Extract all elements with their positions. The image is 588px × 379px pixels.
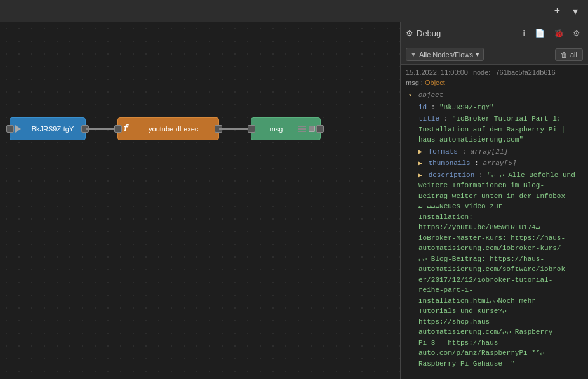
inject-arrow-icon xyxy=(15,125,21,133)
debug-panel: ⚙ Debug ℹ 📄 🐞 ⚙ ▼ Alle Nodes/Flows ▾ 🗑 a… xyxy=(400,22,588,379)
node-flow: BkJRS9Z-tgY f youtube-dl-exec msg xyxy=(10,117,321,140)
inject-node-label: BkJRS9Z-tgY xyxy=(25,125,80,133)
clear-all-label: all xyxy=(570,51,577,58)
dropdown-button[interactable]: ▾ xyxy=(569,4,582,18)
debug-lines-icon xyxy=(298,126,306,132)
filter-dropdown[interactable]: ▼ Alle Nodes/Flows ▾ xyxy=(406,48,484,61)
key-description: description xyxy=(429,171,475,179)
clear-all-button[interactable]: 🗑 all xyxy=(555,48,583,61)
tree-object-label[interactable]: ▾ object xyxy=(408,90,583,101)
expand-description-icon[interactable]: ▶ xyxy=(418,172,422,179)
filter-chevron-icon: ▾ xyxy=(476,50,479,58)
msg-type-value: Object xyxy=(425,79,445,86)
connector-1 xyxy=(86,128,117,130)
thumbnails-type: array[5] xyxy=(483,159,516,167)
node-debug[interactable]: msg xyxy=(251,117,321,140)
debug-info-button[interactable]: ℹ xyxy=(520,27,528,39)
key-formats: formats xyxy=(429,148,458,156)
debug-bug-button[interactable]: 🐞 xyxy=(551,27,566,39)
filter-bar: ▼ Alle Nodes/Flows ▾ 🗑 all xyxy=(401,44,588,65)
value-id: "BkJRS9Z-tgY" xyxy=(439,103,494,111)
main-area: BkJRS9Z-tgY f youtube-dl-exec msg xyxy=(0,22,588,379)
msg-header: 15.1.2022, 11:00:00 node: 761bac5fa21db6… xyxy=(406,69,583,76)
function-node-label: youtube-dl-exec xyxy=(133,125,213,133)
tree-item-thumbnails[interactable]: ▶ thumbnails : array[5] xyxy=(418,158,583,169)
debug-title: ⚙ Debug xyxy=(406,29,515,38)
tree-item-id: id : "BkJRS9Z-tgY" xyxy=(418,102,583,113)
msg-timestamp: 15.1.2022, 11:00:00 xyxy=(406,69,468,76)
function-f-icon: f xyxy=(123,124,128,134)
port-left-inject xyxy=(6,125,14,133)
port-right-debug xyxy=(316,125,324,133)
expand-formats-icon[interactable]: ▶ xyxy=(418,149,422,156)
debug-gear-icon: ⚙ xyxy=(406,29,413,38)
colon-thumbnails: : xyxy=(474,159,483,167)
colon-id: : xyxy=(431,103,439,111)
colon-formats: : xyxy=(462,148,470,156)
expand-thumbnails-icon[interactable]: ▶ xyxy=(418,160,422,167)
debug-header-icons: ℹ 📄 🐞 ⚙ xyxy=(520,27,583,39)
debug-node-label: msg xyxy=(257,125,296,133)
msg-node-id: 761bac5fa21db616 xyxy=(495,69,555,76)
top-toolbar: + ▾ xyxy=(0,0,588,22)
tree-children: id : "BkJRS9Z-tgY" title : "ioBroker-Tut… xyxy=(418,102,583,369)
msg-label: msg xyxy=(406,79,419,86)
trash-icon: 🗑 xyxy=(561,51,568,58)
node-inject[interactable]: BkJRS9Z-tgY xyxy=(10,117,86,140)
debug-settings-button[interactable]: ⚙ xyxy=(570,27,583,39)
value-title: "ioBroker-Tutorial Part 1: Installation … xyxy=(418,115,565,143)
tree-item-formats[interactable]: ▶ formats : array[21] xyxy=(418,147,583,157)
filter-funnel-icon: ▼ xyxy=(410,51,417,58)
tree-item-title: title : "ioBroker-Tutorial Part 1: Insta… xyxy=(418,114,583,145)
debug-content[interactable]: 15.1.2022, 11:00:00 node: 761bac5fa21db6… xyxy=(401,65,588,379)
debug-book-button[interactable]: 📄 xyxy=(532,27,547,39)
connector-2 xyxy=(219,128,251,130)
debug-header: ⚙ Debug ℹ 📄 🐞 ⚙ xyxy=(401,22,588,44)
add-node-button[interactable]: + xyxy=(551,4,564,18)
colon-title: : xyxy=(444,115,452,123)
filter-label: Alle Nodes/Flows xyxy=(419,51,473,58)
collapse-arrow-icon[interactable]: ▾ xyxy=(408,92,412,99)
port-left-function xyxy=(114,125,122,133)
debug-node-square xyxy=(309,126,315,132)
debug-title-text: Debug xyxy=(417,29,441,38)
key-title: title xyxy=(418,115,439,123)
formats-type: array[21] xyxy=(471,148,508,156)
value-description: "↵ ↵ Alle Befehle undweitere Information… xyxy=(418,171,575,368)
msg-type-line: msg : Object xyxy=(406,79,583,86)
tree-root: ▾ object id : "BkJRS9Z-tgY" title : "ioB… xyxy=(408,90,583,369)
tree-item-description: ▶ description : "↵ ↵ Alle Befehle undwei… xyxy=(418,170,583,369)
msg-node-label: node: xyxy=(473,69,491,76)
key-thumbnails: thumbnails xyxy=(429,159,471,167)
node-function[interactable]: f youtube-dl-exec xyxy=(117,117,219,140)
colon-description: : xyxy=(479,171,487,179)
canvas-area: BkJRS9Z-tgY f youtube-dl-exec msg xyxy=(0,22,400,379)
object-type-label: object xyxy=(418,91,444,99)
port-left-debug xyxy=(248,125,255,133)
key-id: id xyxy=(418,103,427,111)
